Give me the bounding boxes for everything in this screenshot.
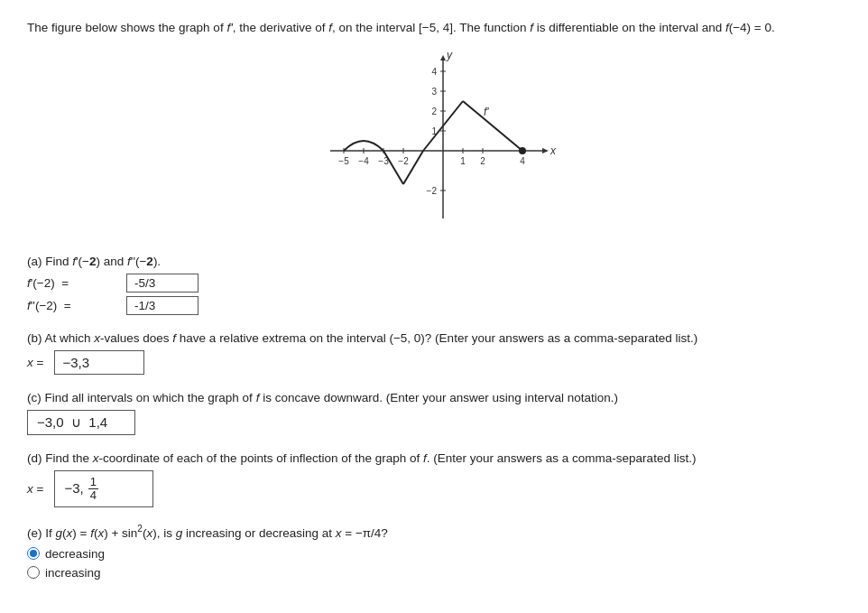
- graph-container: −5 −5 −4 −3 −2 1 2 4 3 4 2 1 −2 x y f': [27, 47, 841, 237]
- part-c: (c) Find all intervals on which the grap…: [27, 391, 841, 435]
- part-b-x-eq: x =: [27, 356, 43, 369]
- part-a-f-double-prime-label: f''(−2) =: [27, 299, 126, 312]
- svg-text:4: 4: [431, 67, 437, 77]
- part-a-f-prime-value: -5/3: [126, 274, 199, 293]
- part-d-x-eq: x =: [27, 482, 43, 496]
- part-a-row2: f''(−2) = -1/3: [27, 296, 841, 315]
- part-b-value: −3,3: [54, 350, 144, 375]
- svg-text:−5: −5: [338, 156, 349, 166]
- part-e-options: decreasing increasing: [27, 547, 841, 580]
- part-d-label: (d) Find the x-coordinate of each of the…: [27, 451, 841, 465]
- part-c-value: −3,0 ∪ 1,4: [27, 410, 135, 435]
- svg-text:2: 2: [431, 107, 437, 116]
- option-decreasing[interactable]: decreasing: [27, 547, 841, 561]
- part-a-row1: f'(−2) = -5/3: [27, 274, 841, 293]
- part-b: (b) At which x-values does f have a rela…: [27, 331, 841, 375]
- part-c-label: (c) Find all intervals on which the grap…: [27, 391, 841, 404]
- svg-text:−2: −2: [398, 156, 409, 166]
- part-e: (e) If g(x) = f(x) + sin2(x), is g incre…: [27, 524, 841, 580]
- part-d-value: −3, 14: [54, 470, 153, 508]
- svg-text:2: 2: [480, 156, 485, 166]
- radio-increasing[interactable]: [27, 566, 40, 579]
- part-a-label: (a) Find f'(−2) and f''(−2).: [27, 255, 841, 268]
- part-a-f-prime-label: f'(−2) =: [27, 276, 126, 290]
- union-symbol: ∪: [71, 414, 81, 430]
- svg-text:f': f': [484, 106, 489, 118]
- svg-point-70: [519, 147, 526, 154]
- radio-decreasing[interactable]: [27, 547, 40, 560]
- problem-header: The figure below shows the graph of f', …: [27, 18, 841, 38]
- part-a-f-double-prime-value: -1/3: [126, 296, 199, 315]
- svg-text:−2: −2: [427, 186, 438, 196]
- svg-text:x: x: [549, 144, 557, 157]
- option-increasing[interactable]: increasing: [27, 566, 841, 580]
- decreasing-label: decreasing: [45, 547, 105, 561]
- fraction-1-4: 14: [88, 476, 98, 503]
- svg-text:1: 1: [460, 156, 466, 166]
- part-b-label: (b) At which x-values does f have a rela…: [27, 331, 841, 345]
- derivative-graph-clean: −5 −4 −3 −2 1 2 4 4 3 2 1: [303, 47, 565, 237]
- part-d: (d) Find the x-coordinate of each of the…: [27, 451, 841, 508]
- svg-text:y: y: [446, 49, 453, 61]
- part-a: (a) Find f'(−2) and f''(−2). f'(−2) = -5…: [27, 255, 841, 315]
- increasing-label: increasing: [45, 566, 101, 580]
- svg-text:3: 3: [431, 87, 437, 97]
- part-e-label: (e) If g(x) = f(x) + sin2(x), is g incre…: [27, 524, 841, 540]
- svg-text:−4: −4: [358, 156, 369, 166]
- svg-text:4: 4: [520, 156, 525, 166]
